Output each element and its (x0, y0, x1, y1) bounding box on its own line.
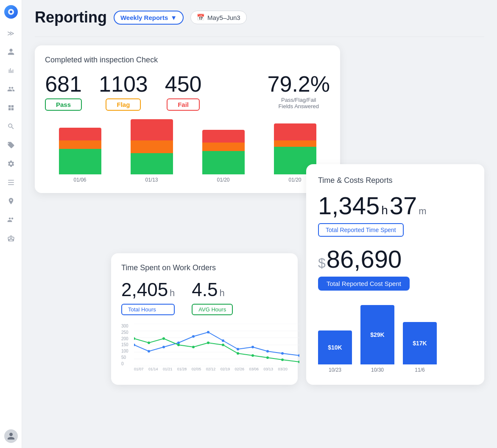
bar-label-2: 01/13 (145, 177, 158, 183)
cost-bar-group-2: $29K 10/30 (360, 305, 394, 373)
flag-count: 1103 (99, 73, 148, 95)
minutes-number: 37 (390, 193, 417, 218)
sidebar-tag-icon[interactable] (3, 137, 19, 153)
cost-bar-3: $17K (403, 322, 437, 364)
hours-unit: h (381, 204, 388, 217)
line-chart-area: 300 250 200 150 100 50 0 (121, 324, 288, 375)
bar-seg-red-1 (59, 128, 101, 140)
header: Reporting Weekly Reports ▼ 📅 May5–Jun3 (35, 8, 484, 26)
sidebar-users-icon[interactable] (3, 212, 19, 227)
bar-seg-orange-3 (202, 143, 245, 151)
pass-count: 681 (45, 73, 82, 95)
avg-hours-badge: AVG Hours (192, 304, 233, 315)
inspection-stats-row: 681 Pass 1103 Flag 450 Fail 79. (45, 73, 330, 111)
timecosts-title: Time & Costs Reports (318, 176, 472, 185)
total-hours-value: 2,405 (121, 279, 168, 300)
sidebar-location-icon[interactable] (3, 193, 19, 209)
svg-point-32 (298, 361, 299, 363)
cost-bar-chart: $10K 10/23 $29K 10/30 $17K 11/6 (318, 305, 472, 373)
flag-badge: Flag (106, 98, 141, 111)
cost-bar-label-2: 10/30 (371, 367, 384, 373)
cost-number: 86,690 (327, 247, 402, 272)
avg-hours-number: 4.5 h (192, 279, 233, 300)
sidebar-grid-icon[interactable] (3, 100, 19, 115)
bar-stacked-3 (202, 130, 245, 174)
bar-stacked-1 (59, 128, 101, 174)
svg-point-26 (207, 342, 209, 344)
cost-bar-group-3: $17K 11/6 (403, 322, 437, 373)
svg-point-20 (298, 354, 299, 357)
fail-stat: 450 Fail (165, 73, 202, 111)
weekly-reports-dropdown[interactable]: Weekly Reports ▼ (114, 11, 184, 25)
cost-bar-label-1: 10/23 (329, 367, 341, 373)
header-divider (35, 36, 484, 37)
hours-number: 1,345 (318, 193, 380, 218)
workorders-title: Time Spent on Work Orders (121, 263, 288, 272)
bar-group-1: 01/06 (49, 128, 111, 183)
dropdown-label: Weekly Reports (120, 14, 168, 21)
svg-point-19 (281, 352, 284, 355)
svg-point-18 (266, 350, 269, 353)
sidebar-box-icon[interactable] (3, 231, 19, 246)
inspection-card: Completed with inspection Check 681 Pass… (35, 45, 340, 193)
dollar-sign: $ (318, 255, 326, 271)
cost-bar-1: $10K (318, 330, 352, 364)
fail-badge: Fail (167, 98, 200, 111)
date-range-label: May5–Jun3 (207, 14, 240, 21)
bar-seg-green-1 (59, 149, 101, 174)
chevron-down-icon: ▼ (170, 14, 177, 21)
sidebar-settings-icon[interactable] (3, 156, 19, 171)
flag-stat: 1103 Flag (99, 73, 148, 111)
app-logo[interactable] (4, 5, 18, 19)
bar-seg-orange-4 (274, 140, 316, 147)
sidebar-search2-icon[interactable] (3, 119, 19, 134)
svg-point-11 (162, 346, 165, 348)
total-hours-unit: h (170, 288, 175, 299)
cards-area: Completed with inspection Check 681 Pass… (35, 45, 484, 427)
pass-badge: Pass (45, 98, 82, 111)
main-content: Reporting Weekly Reports ▼ 📅 May5–Jun3 C… (22, 0, 497, 448)
svg-point-24 (177, 344, 180, 346)
cost-display: $ 86,690 (318, 247, 472, 272)
percent-sublabel: Pass/Flag/Fail Fields Answered (268, 97, 330, 109)
avg-hours-unit: h (220, 288, 225, 299)
svg-point-31 (281, 358, 284, 361)
cost-bar-2: $29K (360, 305, 394, 364)
svg-point-23 (162, 337, 165, 340)
sidebar: ≫ (0, 0, 22, 448)
svg-point-27 (222, 344, 224, 346)
date-range-picker[interactable]: 📅 May5–Jun3 (190, 11, 247, 24)
workorders-card: Time Spent on Work Orders 2,405 h Total … (111, 253, 298, 385)
svg-point-1 (10, 11, 12, 13)
bar-seg-red-2 (131, 119, 173, 140)
avg-hours-value: 4.5 (192, 279, 218, 300)
cost-bar-label-3: 11/6 (415, 367, 424, 373)
line-chart-svg (134, 324, 299, 366)
total-hours-number: 2,405 h (121, 279, 175, 300)
chart-y-labels: 300 250 200 150 100 50 0 (121, 324, 128, 366)
inspection-numbers: 681 Pass 1103 Flag 450 Fail (45, 73, 255, 111)
svg-point-29 (251, 354, 254, 357)
timecosts-card: Time & Costs Reports 1,345 h 37 m Total … (306, 164, 484, 385)
bar-label-3: 01/20 (217, 177, 229, 183)
sidebar-person-icon[interactable] (3, 44, 19, 59)
chart-x-labels: 01/07 01/14 01/21 01/28 02/05 02/12 02/1… (134, 367, 288, 371)
svg-point-15 (222, 339, 224, 342)
bar-seg-red-3 (202, 130, 245, 143)
sidebar-team-icon[interactable] (3, 81, 19, 97)
sidebar-chart-icon[interactable] (3, 63, 19, 78)
user-avatar[interactable] (4, 429, 18, 443)
time-display: 1,345 h 37 m (318, 193, 472, 218)
sidebar-list-icon[interactable] (3, 175, 19, 190)
bar-stacked-2 (131, 119, 173, 174)
page-title: Reporting (35, 8, 107, 26)
bar-label-1: 01/06 (73, 177, 86, 183)
cost-bar-group-1: $10K 10/23 (318, 330, 352, 373)
bar-group-3: 01/20 (193, 130, 254, 183)
bar-label-4: 01/20 (288, 177, 301, 183)
sidebar-collapse-icon[interactable]: ≫ (3, 25, 19, 41)
pass-percent: 79.2% (268, 73, 330, 95)
total-hours-stat: 2,405 h Total Hours (121, 279, 175, 315)
svg-point-13 (192, 335, 195, 338)
bar-seg-orange-1 (59, 140, 101, 149)
